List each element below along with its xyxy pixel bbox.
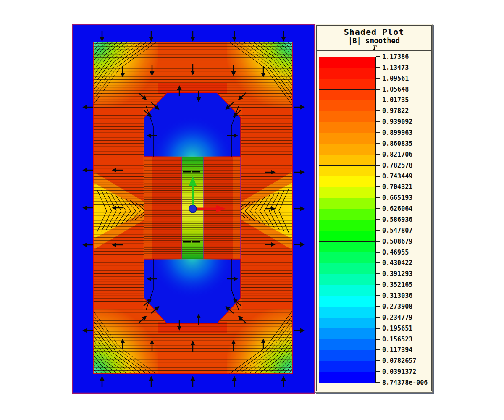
legend-panel: Shaded Plot |B| smoothed T 1.173861.1347… — [315, 24, 433, 393]
scale-value: 0.430422 — [382, 260, 412, 266]
colorbar-tick — [376, 284, 380, 285]
colorbar-band — [319, 198, 375, 209]
scale-value: 0.626064 — [382, 205, 412, 212]
colorbar-tick — [376, 339, 380, 340]
colorbar-band — [319, 372, 375, 383]
colorbar-band — [319, 57, 375, 68]
colorbar-tick — [376, 252, 380, 253]
scale-value: 0.743449 — [382, 173, 412, 180]
legend-unit: T — [316, 45, 432, 51]
app-viewport: Shaded Plot |B| smoothed T 1.173861.1347… — [54, 0, 450, 420]
colorbar-band — [319, 307, 375, 318]
legend-title: Shaded Plot — [316, 27, 432, 37]
colorbar-band — [319, 350, 375, 361]
colorbar-tick — [376, 165, 380, 166]
colorbar-tick — [376, 100, 380, 100]
scale-value: 0.860835 — [382, 140, 412, 147]
scale-value: 1.13473 — [382, 64, 409, 71]
colorbar-band — [319, 111, 375, 122]
scale-value: 8.74378e-006 — [382, 379, 428, 386]
scale-value: 0.508679 — [382, 238, 412, 245]
scale-value: 0.586936 — [382, 216, 412, 223]
scale-value: 0.273908 — [382, 303, 412, 310]
colorbar-band — [319, 220, 375, 231]
colorbar-band — [319, 318, 375, 329]
colorbar-tick — [376, 176, 380, 177]
colorbar-tick — [376, 349, 380, 350]
colorbar-band — [319, 144, 375, 155]
scale-value: 0.821706 — [382, 151, 412, 158]
scale-value: 0.97822 — [382, 108, 409, 114]
scale-value: 1.01735 — [382, 97, 409, 103]
scale-value: 0.352165 — [382, 281, 412, 288]
scale-value: 1.17386 — [382, 53, 409, 60]
colorbar-tick — [376, 328, 380, 329]
colorbar-band — [319, 100, 375, 111]
scale-value: 0.195651 — [382, 325, 412, 332]
colorbar-tick — [376, 382, 380, 383]
field-plot-canvas[interactable] — [72, 24, 315, 394]
colorbar-band — [319, 79, 375, 90]
colorbar-band — [319, 155, 375, 166]
colorbar-band — [319, 68, 375, 79]
colorbar-band — [319, 339, 375, 350]
colorbar-tick — [376, 360, 380, 361]
colorbar-tick — [376, 132, 380, 133]
colorbar-band — [319, 263, 375, 274]
scale-value: 0.665193 — [382, 194, 412, 201]
colorbar-tick — [376, 262, 380, 263]
colorbar-tick — [376, 197, 380, 198]
bottom-coil-window — [144, 259, 241, 323]
top-coil-window — [144, 93, 241, 157]
scale-value: 0.782578 — [382, 162, 412, 169]
colorbar-tick — [376, 306, 380, 307]
scale-value: 0.704321 — [382, 184, 412, 190]
scale-value: 0.313036 — [382, 292, 412, 299]
colorbar-tick — [376, 143, 380, 144]
colorbar-band — [319, 209, 375, 220]
colorbar-band — [319, 166, 375, 177]
origin-dot — [189, 205, 197, 213]
scale-value: 0.939092 — [382, 118, 412, 125]
colorbar-tick — [376, 121, 380, 122]
colorbar-tick — [376, 110, 380, 111]
colorbar-tick — [376, 208, 380, 209]
colorbar-band — [319, 274, 375, 285]
field-plot-viewport[interactable] — [72, 24, 315, 394]
colorbar-band — [319, 90, 375, 101]
colorbar-band — [319, 231, 375, 242]
colorbar — [319, 57, 376, 383]
colorbar-tick — [376, 230, 380, 231]
scale-value: 0.46955 — [382, 249, 409, 256]
colorbar-band — [319, 242, 375, 253]
colorbar-band — [319, 361, 375, 372]
colorbar-band — [319, 122, 375, 133]
colorbar-tick — [376, 89, 380, 90]
legend-subtitle: |B| smoothed — [316, 37, 432, 45]
colorbar-band — [319, 133, 375, 144]
scale-value: 0.117394 — [382, 346, 412, 353]
colorbar-tick — [376, 154, 380, 155]
colorbar-band — [319, 187, 375, 198]
colorbar-band — [319, 252, 375, 263]
colorbar-tick — [376, 295, 380, 296]
colorbar-band — [319, 176, 375, 187]
scale-value: 0.0391372 — [382, 368, 416, 375]
colorbar-tick — [376, 273, 380, 274]
legend-separator — [316, 50, 432, 51]
scale-value: 1.05648 — [382, 86, 409, 93]
colorbar-tick — [376, 78, 380, 79]
colorbar-tick — [376, 241, 380, 242]
scale-value: 1.09561 — [382, 75, 409, 82]
colorbar-tick — [376, 67, 380, 68]
scale-value: 0.899963 — [382, 129, 412, 136]
colorbar-tick — [376, 317, 380, 318]
colorbar-tick — [376, 56, 380, 57]
colorbar-band — [319, 285, 375, 296]
colorbar-tick — [376, 371, 380, 372]
scale-value: 0.0782657 — [382, 357, 416, 364]
scale-value: 0.391293 — [382, 270, 412, 277]
colorbar-band — [319, 328, 375, 339]
colorbar-tick — [376, 186, 380, 187]
scale-value: 0.547807 — [382, 227, 412, 234]
